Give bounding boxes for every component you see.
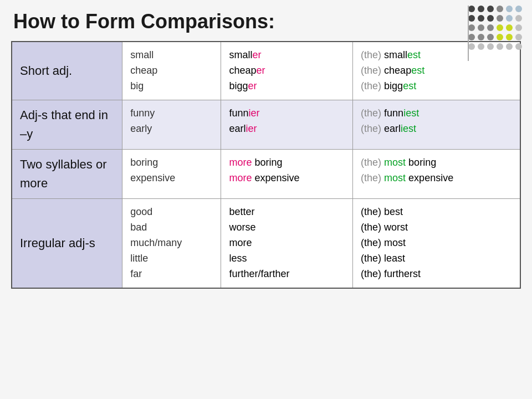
decoration-dot xyxy=(487,6,494,12)
decoration-dot xyxy=(515,15,522,22)
decoration-dot xyxy=(497,15,503,22)
decoration-dot xyxy=(506,43,513,50)
decoration-dot xyxy=(497,6,503,12)
decoration-dot xyxy=(506,15,513,22)
decoration-dot xyxy=(468,6,475,12)
decoration-dot xyxy=(487,43,494,50)
comparative-two-syllables: more boring more expensive xyxy=(221,149,353,198)
table-row: Adj-s that end in –y funnyearly funnier … xyxy=(12,100,520,149)
category-adjs-y: Adj-s that end in –y xyxy=(12,100,122,149)
base-two-syllables: boringexpensive xyxy=(122,149,221,198)
decoration-dot xyxy=(515,34,522,40)
decoration-dot xyxy=(515,43,522,50)
decoration-dot xyxy=(487,34,494,40)
decoration-dot xyxy=(468,34,475,40)
superlative-two-syllables: (the) most boring (the) most expensive xyxy=(353,149,520,198)
decoration-dot xyxy=(478,24,484,31)
comparisons-table: Short adj. smallcheapbig smaller cheaper… xyxy=(11,41,521,289)
superlative-adjs-y: (the) funniest (the) earliest xyxy=(353,100,520,149)
comparative-adjs-y: funnier earlier xyxy=(221,100,353,149)
base-adjs-y: funnyearly xyxy=(122,100,221,149)
table-row: Irregular adj-s goodbadmuch/manylittlefa… xyxy=(12,199,520,288)
decoration-dot xyxy=(497,43,503,50)
table-row: Two syllables or more boringexpensive mo… xyxy=(12,149,520,198)
dots-decoration xyxy=(468,6,523,51)
decoration-dot xyxy=(468,43,475,50)
comparative-irregular: betterworsemorelessfurther/farther xyxy=(221,199,353,288)
page: How to Form Comparisons: Short adj. smal… xyxy=(0,0,532,399)
decoration-dot xyxy=(515,6,522,12)
page-title: How to Form Comparisons: xyxy=(11,10,521,33)
base-short: smallcheapbig xyxy=(122,42,221,100)
table-row: Short adj. smallcheapbig smaller cheaper… xyxy=(12,42,520,100)
comparative-short: smaller cheaper bigger xyxy=(221,42,353,100)
vertical-line xyxy=(468,6,469,61)
decoration-dot xyxy=(506,24,513,31)
decoration-dot xyxy=(478,34,484,40)
decoration-dot xyxy=(487,15,494,22)
decoration-dot xyxy=(506,6,513,12)
decoration-dot xyxy=(506,34,513,40)
base-irregular: goodbadmuch/manylittlefar xyxy=(122,199,221,288)
category-two-syllables: Two syllables or more xyxy=(12,149,122,198)
decoration-dot xyxy=(478,6,484,12)
decoration-dot xyxy=(478,15,484,22)
category-short-adj: Short adj. xyxy=(12,42,122,100)
superlative-irregular: (the) best (the) worst (the) most (the) … xyxy=(353,199,520,288)
category-irregular: Irregular adj-s xyxy=(12,199,122,288)
decoration-dot xyxy=(478,43,484,50)
decoration-dot xyxy=(497,24,503,31)
decoration-dot xyxy=(487,24,494,31)
decoration-dot xyxy=(515,24,522,31)
decoration-dot xyxy=(468,24,475,31)
decoration-dot xyxy=(497,34,503,40)
decoration-dot xyxy=(468,15,475,22)
